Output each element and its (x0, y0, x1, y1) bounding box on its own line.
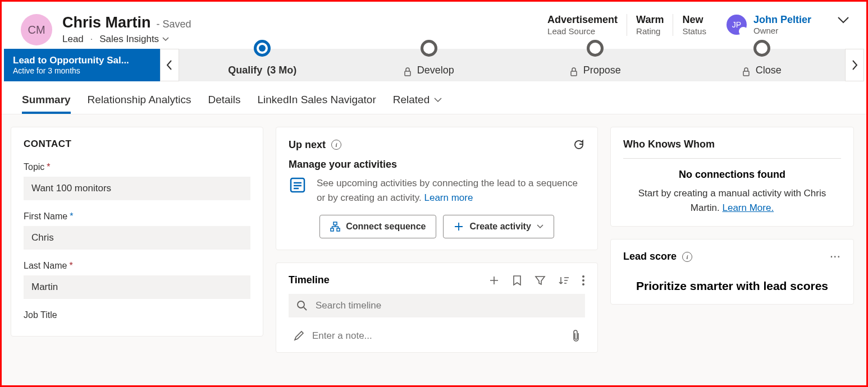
timeline-add-button[interactable] (488, 275, 500, 286)
first-name-field[interactable] (24, 226, 250, 250)
wkw-learn-more-link[interactable]: Learn More. (723, 202, 774, 213)
info-icon[interactable] (331, 140, 341, 150)
record-avatar: CM (21, 14, 52, 45)
svg-point-13 (298, 301, 304, 308)
entity-label: Lead (62, 34, 84, 45)
form-selector[interactable]: Sales Insights (99, 34, 169, 45)
who-knows-whom-card: Who Knows Whom No connections found Star… (610, 127, 854, 227)
manage-activities-title: Manage your activities (289, 159, 585, 171)
contact-card: CONTACT Topic* First Name* Last Name* Jo… (11, 127, 263, 337)
plus-icon (488, 275, 500, 286)
hierarchy-icon (330, 222, 340, 232)
timeline-card: Timeline (276, 262, 598, 353)
svg-rect-8 (331, 228, 334, 231)
stage-propose[interactable]: Propose (512, 49, 679, 81)
wkw-empty-title: No connections found (623, 169, 841, 181)
tab-summary[interactable]: Summary (22, 90, 71, 114)
owner-block[interactable]: JP John Peltier Owner (715, 14, 811, 35)
chevron-down-icon (162, 37, 169, 42)
tab-relationship-analytics[interactable]: Relationship Analytics (88, 90, 191, 114)
timeline-note-input[interactable] (312, 330, 431, 342)
tab-related[interactable]: Related (393, 90, 442, 114)
business-process-flow: Lead to Opportunity Sal... Active for 3 … (4, 49, 864, 81)
wkw-empty-text: Start by creating a manual activity with… (623, 186, 841, 215)
status-value: New (682, 14, 706, 26)
create-activity-button[interactable]: Create activity (443, 215, 554, 238)
lead-score-headline: Prioritize smarter with lead scores (623, 279, 841, 293)
chevron-down-icon (537, 224, 543, 229)
stage-indicator-icon (421, 40, 437, 57)
stage-close[interactable]: Close (679, 49, 846, 81)
tab-details[interactable]: Details (208, 90, 240, 114)
refresh-icon (573, 139, 585, 151)
wkw-title: Who Knows Whom (623, 139, 841, 159)
pencil-icon (293, 330, 304, 342)
stage-indicator-icon (587, 40, 604, 57)
header-meta: Advertisement Lead Source Warm Rating Ne… (538, 14, 811, 36)
lock-icon (404, 67, 412, 76)
svg-point-11 (582, 279, 584, 282)
svg-line-14 (304, 307, 307, 310)
form-tabs: Summary Relationship Analytics Details L… (2, 81, 866, 114)
lead-score-card: Lead score ··· Prioritize smarter with l… (610, 239, 854, 305)
svg-point-10 (582, 275, 584, 278)
timeline-search-input[interactable] (316, 300, 577, 311)
paperclip-icon (572, 330, 581, 342)
svg-rect-7 (334, 222, 337, 225)
lock-icon (570, 67, 578, 76)
timeline-sort-button[interactable] (558, 275, 569, 286)
recommended-indicator: * (70, 211, 73, 222)
stage-indicator-icon (254, 40, 271, 57)
owner-name: John Peltier (753, 14, 811, 26)
job-title-label: Job Title (24, 310, 57, 320)
save-status: - Saved (157, 19, 191, 30)
required-indicator: * (47, 162, 50, 172)
lead-score-title: Lead score (623, 251, 677, 262)
info-icon[interactable] (682, 252, 692, 262)
sequence-icon (289, 176, 307, 194)
process-info[interactable]: Lead to Opportunity Sal... Active for 3 … (4, 49, 160, 81)
owner-avatar: JP (727, 15, 747, 35)
required-indicator: * (69, 261, 72, 271)
tab-linkedin[interactable]: LinkedIn Sales Navigator (258, 90, 376, 114)
lead-score-more-button[interactable]: ··· (830, 252, 841, 262)
stage-develop[interactable]: Develop (346, 49, 513, 81)
header-expand-button[interactable] (837, 16, 849, 24)
lead-source-value: Advertisement (547, 14, 618, 26)
refresh-button[interactable] (573, 139, 585, 151)
svg-rect-0 (405, 71, 410, 76)
search-icon (296, 300, 308, 311)
topic-field[interactable] (24, 177, 250, 200)
svg-point-12 (582, 283, 584, 285)
timeline-title: Timeline (289, 274, 330, 286)
svg-rect-1 (571, 71, 577, 76)
timeline-bookmark-button[interactable] (512, 275, 522, 286)
sort-icon (558, 275, 569, 286)
process-prev-button[interactable] (160, 49, 179, 81)
stage-qualify[interactable]: Qualify (3 Mo) (179, 49, 346, 81)
connect-sequence-button[interactable]: Connect sequence (319, 215, 436, 238)
contact-heading: CONTACT (24, 139, 250, 150)
lock-icon (742, 67, 750, 76)
more-vertical-icon (582, 275, 585, 286)
record-title: Chris Martin (62, 14, 151, 31)
svg-rect-9 (337, 228, 340, 231)
bookmark-icon (512, 275, 522, 286)
timeline-search[interactable] (289, 294, 585, 317)
timeline-more-button[interactable] (582, 275, 585, 286)
filter-icon (534, 275, 546, 286)
stage-indicator-icon (753, 40, 770, 57)
plus-icon (454, 222, 464, 232)
last-name-field[interactable] (24, 275, 250, 299)
process-next-button[interactable] (845, 49, 864, 81)
timeline-filter-button[interactable] (534, 275, 546, 286)
learn-more-link[interactable]: Learn more (424, 192, 473, 203)
up-next-card: Up next Manage your activities See upcom… (276, 127, 598, 250)
chevron-left-icon (166, 59, 173, 71)
up-next-title: Up next (289, 139, 326, 151)
manage-activities-text: See upcoming activities by connecting th… (317, 176, 585, 205)
rating-value: Warm (636, 14, 664, 26)
chevron-down-icon (434, 98, 442, 103)
svg-rect-2 (743, 71, 749, 76)
attach-button[interactable] (572, 330, 581, 342)
